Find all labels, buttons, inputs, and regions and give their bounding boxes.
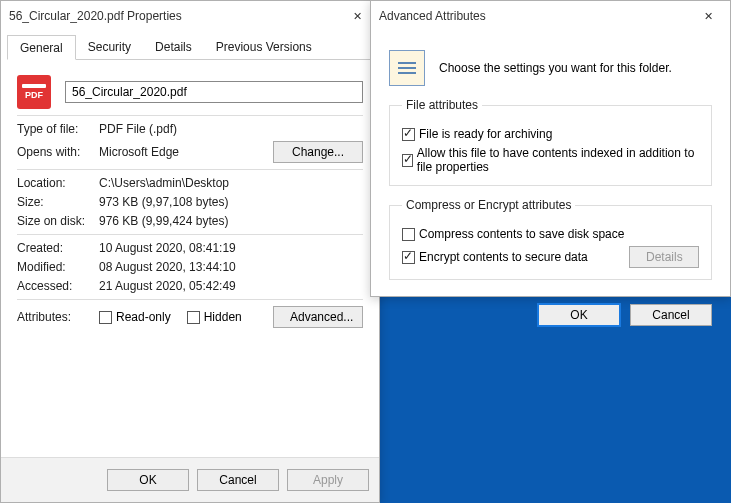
ready-label: File is ready for archiving: [419, 127, 552, 141]
tab-previous-versions[interactable]: Previous Versions: [204, 35, 324, 59]
hidden-checkbox[interactable]: Hidden: [187, 310, 242, 324]
advanced-intro: Choose the settings you want for this fo…: [439, 61, 672, 75]
type-value: PDF File (.pdf): [99, 122, 177, 136]
accessed-label: Accessed:: [17, 279, 99, 293]
type-label: Type of file:: [17, 122, 99, 136]
modified-label: Modified:: [17, 260, 99, 274]
compress-checkbox[interactable]: Compress contents to save disk space: [402, 227, 699, 241]
pdf-icon: PDF: [17, 75, 51, 109]
index-label: Allow this file to have contents indexed…: [417, 146, 699, 174]
size-on-disk-value: 976 KB (9,99,424 bytes): [99, 214, 228, 228]
advanced-titlebar: Advanced Attributes: [371, 1, 730, 31]
tab-details[interactable]: Details: [143, 35, 204, 59]
advanced-button[interactable]: Advanced...: [273, 306, 363, 328]
change-button[interactable]: Change...: [273, 141, 363, 163]
properties-title: 56_Circular_2020.pdf Properties: [9, 9, 335, 23]
opens-with-label: Opens with:: [17, 145, 99, 159]
tab-general[interactable]: General: [7, 35, 76, 60]
ok-button[interactable]: OK: [107, 469, 189, 491]
compress-label: Compress contents to save disk space: [419, 227, 624, 241]
cancel-button[interactable]: Cancel: [197, 469, 279, 491]
close-icon[interactable]: [686, 2, 730, 30]
created-value: 10 August 2020, 08:41:19: [99, 241, 236, 255]
file-attributes-legend: File attributes: [402, 98, 482, 112]
location-label: Location:: [17, 176, 99, 190]
opens-with-value: Microsoft Edge: [99, 145, 273, 159]
file-attributes-group: File attributes File is ready for archiv…: [389, 98, 712, 186]
ready-for-archiving-checkbox[interactable]: File is ready for archiving: [402, 127, 699, 141]
attributes-label: Attributes:: [17, 310, 99, 324]
properties-window: 56_Circular_2020.pdf Properties General …: [0, 0, 380, 503]
encrypt-label: Encrypt contents to secure data: [419, 250, 588, 264]
properties-tabs: General Security Details Previous Versio…: [7, 35, 373, 60]
tab-security[interactable]: Security: [76, 35, 143, 59]
advanced-attributes-window: Advanced Attributes Choose the settings …: [370, 0, 731, 297]
advanced-title: Advanced Attributes: [379, 9, 686, 23]
hidden-label: Hidden: [204, 310, 242, 324]
details-button[interactable]: Details: [629, 246, 699, 268]
compress-encrypt-group: Compress or Encrypt attributes Compress …: [389, 198, 712, 280]
location-value: C:\Users\admin\Desktop: [99, 176, 229, 190]
size-on-disk-label: Size on disk:: [17, 214, 99, 228]
size-label: Size:: [17, 195, 99, 209]
ok-button[interactable]: OK: [538, 304, 620, 326]
modified-value: 08 August 2020, 13:44:10: [99, 260, 236, 274]
apply-button[interactable]: Apply: [287, 469, 369, 491]
encrypt-checkbox[interactable]: Encrypt contents to secure data: [402, 250, 629, 264]
advanced-body: Choose the settings you want for this fo…: [371, 31, 730, 290]
accessed-value: 21 August 2020, 05:42:49: [99, 279, 236, 293]
attributes-icon: [389, 50, 425, 86]
compress-encrypt-legend: Compress or Encrypt attributes: [402, 198, 575, 212]
properties-body: PDF Type of file: PDF File (.pdf) Opens …: [1, 60, 379, 328]
size-value: 973 KB (9,97,108 bytes): [99, 195, 228, 209]
filename-input[interactable]: [65, 81, 363, 103]
readonly-checkbox[interactable]: Read-only: [99, 310, 171, 324]
advanced-button-bar: OK Cancel: [371, 290, 730, 340]
readonly-label: Read-only: [116, 310, 171, 324]
properties-titlebar: 56_Circular_2020.pdf Properties: [1, 1, 379, 31]
properties-button-bar: OK Cancel Apply: [1, 457, 379, 502]
allow-indexing-checkbox[interactable]: Allow this file to have contents indexed…: [402, 146, 699, 174]
cancel-button[interactable]: Cancel: [630, 304, 712, 326]
created-label: Created:: [17, 241, 99, 255]
